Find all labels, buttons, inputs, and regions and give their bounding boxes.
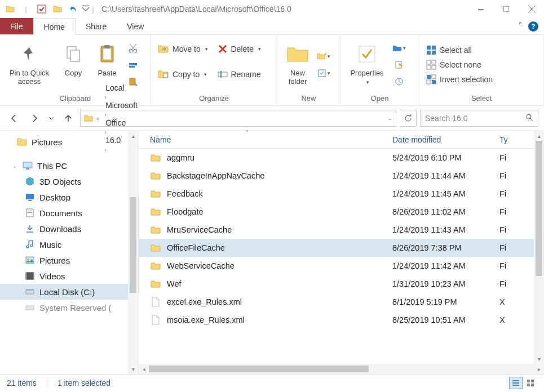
details-view-button[interactable] — [509, 377, 523, 389]
tab-file[interactable]: File — [0, 18, 33, 34]
sidebar-item-downloads[interactable]: Downloads — [0, 221, 138, 237]
sidebar-item-videos[interactable]: Videos — [0, 268, 138, 284]
sidebar-item-music[interactable]: Music — [0, 237, 138, 252]
undo-qat-icon[interactable] — [65, 1, 81, 17]
new-item-icon[interactable]: ✦▾ — [317, 50, 330, 63]
close-button[interactable] — [519, 0, 544, 18]
sidebar-item-3d-objects[interactable]: 3D Objects — [0, 173, 138, 189]
sidebar-scrollbar[interactable]: ▴ ▾ — [128, 131, 138, 374]
qat-customize-icon[interactable] — [81, 1, 90, 17]
folder-location-icon[interactable] — [2, 1, 18, 17]
properties-button[interactable]: Properties ▾ — [344, 39, 390, 90]
help-icon[interactable]: ? — [528, 21, 538, 32]
copy-button[interactable]: Copy — [58, 39, 89, 90]
address-history-icon[interactable]: ⌄ — [388, 115, 392, 121]
scroll-up-icon[interactable]: ▴ — [534, 131, 544, 141]
svg-rect-52 — [512, 385, 519, 386]
search-input[interactable]: Search 16.0 — [420, 110, 538, 127]
open-icon[interactable]: ▾ — [392, 41, 406, 55]
history-icon[interactable] — [392, 75, 406, 88]
recent-locations-button[interactable] — [46, 110, 56, 127]
scroll-up-icon[interactable]: ▴ — [128, 131, 138, 141]
file-row[interactable]: Wef1/31/2019 10:23 AMFi — [139, 275, 544, 293]
column-name[interactable]: Name — [150, 135, 392, 144]
svg-rect-11 — [129, 63, 137, 65]
scroll-right-icon[interactable]: ▸ — [534, 366, 544, 372]
vertical-scrollbar[interactable]: ▴ ▾ — [534, 131, 544, 364]
pin-to-quick-access-button[interactable]: Pin to Quick access — [3, 39, 55, 90]
folder-icon — [150, 278, 161, 289]
move-to-button[interactable]: Move to▾ — [154, 36, 214, 61]
column-headers[interactable]: ˄ Name Date modified Ty — [139, 131, 544, 149]
file-row[interactable]: aggmru5/24/2019 6:10 PMFi — [139, 149, 544, 167]
delete-button[interactable]: Delete▾ — [214, 36, 274, 61]
horizontal-scrollbar[interactable]: ◂ ▸ — [139, 364, 544, 374]
chevron-right-icon[interactable]: › — [103, 93, 108, 100]
scroll-thumb[interactable] — [149, 366, 369, 372]
scroll-down-icon[interactable]: ▾ — [534, 354, 544, 364]
easy-access-icon[interactable]: ▾ — [317, 66, 330, 80]
sidebar-item-this-pc[interactable]: ⌄ This PC — [0, 158, 138, 173]
maximize-button[interactable] — [493, 0, 519, 18]
file-row[interactable]: OfficeFileCache8/26/2019 7:38 PMFi — [139, 239, 544, 257]
back-button[interactable] — [6, 110, 23, 127]
sidebar-item-desktop[interactable]: Desktop — [0, 189, 138, 205]
file-row[interactable]: WebServiceCache1/24/2019 11:42 AMFi — [139, 257, 544, 275]
chevron-right-icon[interactable]: › — [103, 111, 108, 118]
new-folder-button[interactable]: New folder — [281, 39, 315, 90]
tab-view[interactable]: View — [117, 18, 154, 34]
rename-button[interactable]: Rename — [214, 61, 274, 87]
breadcrumb-segment[interactable]: Office — [103, 118, 140, 127]
breadcrumb-overflow-icon[interactable]: « — [95, 115, 101, 122]
search-icon — [525, 113, 533, 123]
svg-rect-8 — [104, 45, 110, 48]
address-bar[interactable]: « Local›Microsoft›Office›16.0› ⌄ — [80, 110, 396, 127]
scroll-down-icon[interactable]: ▾ — [128, 364, 138, 374]
scroll-thumb[interactable] — [536, 141, 542, 276]
ribbon-tabs: File Home Share View ˄ ? — [0, 18, 544, 35]
file-row[interactable]: msoia.exe_Rules.xml8/25/2019 10:51 AMX — [139, 311, 544, 329]
forward-button[interactable] — [26, 110, 43, 127]
file-type: X — [499, 297, 511, 306]
file-date: 8/26/2019 7:38 PM — [392, 243, 499, 252]
chevron-down-icon: ▾ — [258, 46, 261, 52]
chevron-down-icon[interactable]: ⌄ — [12, 163, 18, 169]
select-all-button[interactable]: Select all — [423, 43, 496, 57]
properties-qat-icon[interactable] — [34, 1, 50, 17]
breadcrumb-segment[interactable]: Local — [103, 83, 140, 92]
copy-path-icon[interactable] — [126, 58, 140, 72]
column-date[interactable]: Date modified — [392, 135, 499, 144]
scroll-thumb[interactable] — [130, 197, 136, 293]
file-row[interactable]: BackstageInAppNavCache1/24/2019 11:44 AM… — [139, 167, 544, 185]
refresh-button[interactable] — [400, 110, 417, 127]
large-icons-view-button[interactable] — [524, 377, 537, 389]
invert-selection-button[interactable]: Invert selection — [423, 73, 496, 86]
paste-button[interactable]: Paste — [91, 39, 123, 90]
file-row[interactable]: Feedback1/24/2019 11:45 AMFi — [139, 185, 544, 203]
sidebar-item-system-reserved[interactable]: System Reserved ( — [0, 300, 138, 315]
tab-share[interactable]: Share — [76, 18, 117, 34]
svg-rect-56 — [531, 384, 534, 386]
file-row[interactable]: Floodgate8/26/2019 11:02 AMFi — [139, 203, 544, 221]
svg-rect-7 — [103, 48, 111, 60]
minimize-button[interactable] — [468, 0, 493, 18]
scroll-left-icon[interactable]: ◂ — [139, 366, 149, 372]
sidebar-item-documents[interactable]: Documents — [0, 205, 138, 221]
file-row[interactable]: excel.exe_Rules.xml8/1/2019 5:19 PMX — [139, 293, 544, 311]
navigation-pane[interactable]: Pictures ⌄ This PC 3D Objects Desktop Do… — [0, 131, 139, 374]
new-folder-qat-icon[interactable] — [50, 1, 65, 17]
sidebar-item-pictures[interactable]: Pictures — [0, 134, 138, 150]
select-none-button[interactable]: Select none — [423, 58, 496, 72]
folder-icon — [150, 242, 161, 253]
file-row[interactable]: MruServiceCache1/24/2019 11:43 AMFi — [139, 221, 544, 239]
sidebar-item-pictures2[interactable]: Pictures — [0, 252, 138, 268]
breadcrumb-segment[interactable]: Microsoft — [103, 101, 140, 110]
cut-icon[interactable] — [126, 41, 140, 55]
tab-home[interactable]: Home — [33, 18, 76, 35]
column-type[interactable]: Ty — [499, 135, 511, 144]
collapse-ribbon-icon[interactable]: ˄ — [518, 21, 523, 32]
up-button[interactable] — [60, 110, 77, 127]
sidebar-item-local-disk[interactable]: Local Disk (C:) — [0, 284, 138, 300]
edit-icon[interactable] — [392, 58, 406, 72]
copy-to-button[interactable]: Copy to▾ — [154, 61, 214, 87]
